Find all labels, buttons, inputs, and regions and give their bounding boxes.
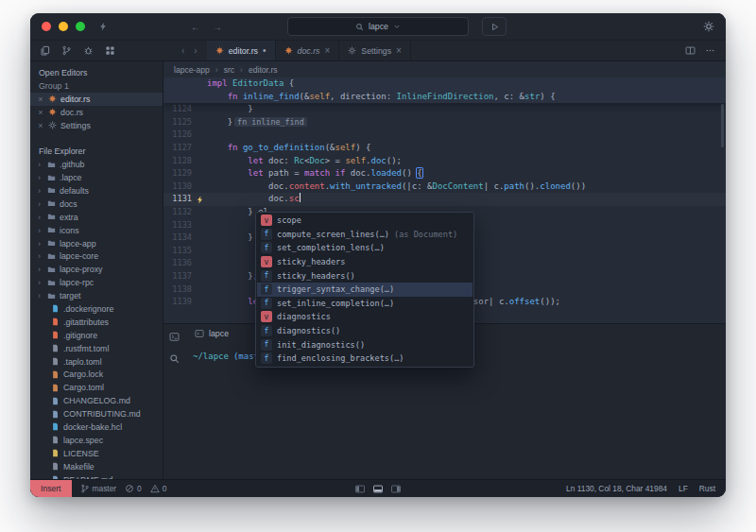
completion-item[interactable]: ftrigger_syntax_change(…)	[257, 283, 472, 297]
split-editor-icon[interactable]	[685, 45, 696, 56]
panel-search-icon[interactable]	[169, 353, 180, 364]
tab-back-button[interactable]: ‹	[181, 45, 184, 56]
explorer-item-.rustfmt.toml[interactable]: .rustfmt.toml	[30, 342, 163, 355]
explorer-item-defaults[interactable]: ›defaults	[30, 184, 163, 197]
explorer-item-.dockerignore[interactable]: .dockerignore	[30, 302, 163, 316]
explorer-item-.gitattributes[interactable]: .gitattributes	[30, 316, 163, 329]
explorer-item-lapce-core[interactable]: ›lapce-core	[30, 249, 163, 263]
debug-icon[interactable]	[83, 45, 94, 56]
token: :	[284, 156, 294, 165]
source-control-icon[interactable]	[61, 45, 72, 56]
code-line-1130[interactable]: 1130 doc.content.with_untracked(|c: &Doc…	[163, 180, 726, 194]
git-branch-indicator[interactable]: master	[80, 484, 117, 493]
explorer-item-lapce-rpc[interactable]: ›lapce-rpc	[30, 276, 163, 289]
line-number: 1133	[163, 219, 192, 232]
branch-icon	[80, 484, 90, 493]
open-editor-editor.rs[interactable]: ×editor.rs	[30, 93, 163, 106]
explorer-item-Cargo.lock[interactable]: Cargo.lock	[30, 368, 163, 381]
explorer-item-lapce-app[interactable]: ›lapce-app	[30, 237, 163, 250]
code-line-1131[interactable]: 1131 doc.sc	[163, 193, 726, 206]
line-ending[interactable]: LF	[679, 484, 688, 493]
explorer-item-.lapce[interactable]: ›.lapce	[30, 171, 163, 184]
language-mode[interactable]: Rust	[699, 484, 715, 493]
explorer-item-Cargo.toml[interactable]: Cargo.toml	[30, 381, 163, 394]
explorer-item-lapce.spec[interactable]: lapce.spec	[30, 434, 163, 447]
run-button[interactable]	[482, 17, 507, 36]
tab-doc.rs[interactable]: doc.rs×	[276, 41, 340, 60]
file-explorer-header[interactable]: File Explorer	[30, 145, 163, 158]
tab-Settings[interactable]: Settings×	[339, 41, 411, 60]
maximize-window-button[interactable]	[76, 22, 85, 31]
code-line-1128[interactable]: 1128 let doc: Rc<Doc> = self.doc();	[163, 155, 726, 168]
settings-gear-icon[interactable]	[703, 21, 714, 32]
breadcrumb-file[interactable]: editor.rs	[249, 65, 278, 75]
toggle-left-panel-icon[interactable]	[355, 484, 366, 494]
explorer-item-lapce-proxy[interactable]: ›lapce-proxy	[30, 263, 163, 276]
explorer-item-docs[interactable]: ›docs	[30, 197, 163, 211]
terminal-icon[interactable]	[169, 332, 180, 342]
code-line-1124[interactable]: 1124 }	[163, 103, 726, 116]
cursor-position[interactable]: Ln 1130, Col 18, Char 41984	[566, 484, 667, 493]
tab-editor.rs[interactable]: editor.rs•	[207, 41, 276, 60]
line-number: 1138	[163, 283, 192, 297]
explorer-item-.github[interactable]: ›.github	[30, 158, 163, 171]
close-tab-icon[interactable]: ×	[324, 46, 330, 56]
open-editor-label: Settings	[60, 121, 91, 130]
completion-item[interactable]: fset_completion_lens(…)	[257, 241, 472, 255]
explorer-item-Makefile[interactable]: Makefile	[30, 460, 163, 473]
toggle-right-panel-icon[interactable]	[391, 484, 402, 494]
error-indicator[interactable]: 0	[125, 484, 142, 493]
warning-indicator[interactable]: 0	[150, 484, 167, 493]
open-editor-doc.rs[interactable]: ×doc.rs	[30, 106, 163, 119]
explorer-item-icons[interactable]: ›icons	[30, 224, 163, 237]
explorer-item-.gitignore[interactable]: .gitignore	[30, 329, 163, 342]
toggle-bottom-panel-icon[interactable]	[373, 484, 384, 494]
explorer-item-LICENSE[interactable]: LICENSE	[30, 447, 163, 460]
file-explorer-tree: ›.github›.lapce›defaults›docs›extra›icon…	[30, 158, 163, 479]
code-line[interactable]: fn inline_find(&self, direction: InlineF…	[163, 91, 726, 104]
completion-item[interactable]: fdiagnostics()	[257, 324, 472, 338]
code-line-1126[interactable]: 1126	[163, 129, 726, 142]
explorer-item-CHANGELOG.md[interactable]: CHANGELOG.md	[30, 394, 163, 407]
close-tab-icon[interactable]: ×	[396, 46, 402, 56]
explorer-item-.taplo.toml[interactable]: .taplo.toml	[30, 355, 163, 369]
completion-item[interactable]: fset_inline_completion(…)	[257, 297, 472, 311]
tab-forward-button[interactable]: ›	[194, 45, 197, 56]
explorer-item-docker-bake.hcl[interactable]: docker-bake.hcl	[30, 420, 163, 434]
completion-item[interactable]: vdiagnostics	[257, 310, 472, 324]
terminal-tab-lapce[interactable]: lapce	[187, 324, 236, 342]
back-button[interactable]: ←	[191, 22, 200, 32]
close-editor-icon[interactable]: ×	[37, 94, 44, 104]
explorer-item-CONTRIBUTING.md[interactable]: CONTRIBUTING.md	[30, 407, 163, 420]
close-editor-icon[interactable]: ×	[37, 108, 44, 117]
close-editor-icon[interactable]: ×	[37, 121, 44, 130]
code-line[interactable]: impl EditorData {	[163, 77, 726, 91]
minimize-window-button[interactable]	[59, 22, 68, 31]
explorer-item-target[interactable]: ›target	[30, 289, 163, 302]
token: fn	[228, 92, 238, 101]
completion-item[interactable]: vscope	[257, 214, 472, 228]
code-line-1125[interactable]: 1125 }fn inline_find	[163, 116, 726, 129]
breadcrumb-folder[interactable]: lapce-app	[174, 65, 210, 75]
explorer-item-extra[interactable]: ›extra	[30, 211, 163, 224]
tab-menu-icon[interactable]	[705, 45, 715, 56]
plugins-icon[interactable]	[105, 45, 115, 56]
completion-item[interactable]: ffind_enclosing_brackets(…)	[257, 352, 472, 366]
completion-item[interactable]: fcompute_screen_lines(…) (as Document)	[257, 228, 472, 242]
completion-item[interactable]: finit_diagnostics()	[257, 337, 472, 352]
open-editors-header[interactable]: Open Editors	[30, 66, 163, 79]
completion-item[interactable]: vsticky_headers	[257, 255, 472, 269]
code-line-1127[interactable]: 1127 fn go_to_definition(&self) {	[163, 142, 726, 155]
close-window-button[interactable]	[42, 22, 51, 31]
breadcrumb-folder[interactable]: src	[224, 65, 234, 75]
file-explorer-icon[interactable]	[40, 45, 50, 56]
completion-item[interactable]: fsticky_headers()	[257, 268, 472, 283]
command-palette-button[interactable]: lapce	[287, 17, 469, 36]
editor-scrollbar[interactable]	[721, 104, 724, 147]
mode-indicator[interactable]: Insert	[30, 480, 72, 497]
warning-count: 0	[163, 484, 167, 493]
code-line-1129[interactable]: 1129 let path = match if doc.loaded() {	[163, 167, 726, 180]
token: doc	[370, 156, 386, 165]
open-editor-Settings[interactable]: ×Settings	[30, 119, 163, 132]
forward-button[interactable]: →	[213, 22, 222, 32]
